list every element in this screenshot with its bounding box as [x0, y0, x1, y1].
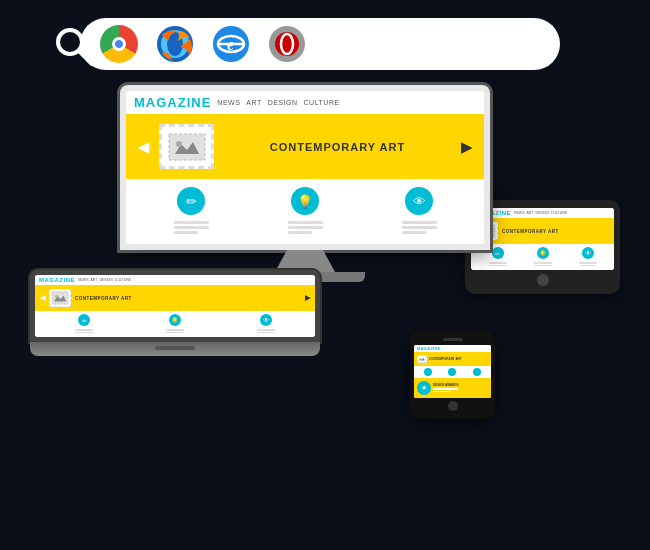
tb-lines-1: [489, 261, 507, 267]
line: [174, 226, 209, 229]
phone-circle-1: [424, 368, 432, 376]
svg-line-1: [79, 51, 92, 64]
icon-item-2: 💡: [248, 187, 362, 236]
phone-award-text: DESIGN AWARDS: [433, 383, 458, 387]
nav-news: NEWS: [217, 99, 240, 106]
lp-icon-3: 👁: [257, 314, 275, 334]
opera-icon: [268, 25, 306, 63]
phone-device: MAGAZINE CONTEMPORARY ART: [410, 330, 495, 419]
lp-lines-3: [257, 328, 275, 334]
icon-lines-1: [174, 219, 209, 236]
monitor-screen: MAGAZINE NEWS ART DESIGN CULTURE ◀: [120, 85, 490, 250]
phone-award-line: [433, 388, 458, 390]
line: [257, 332, 275, 334]
line: [174, 231, 199, 234]
line: [166, 329, 184, 331]
phone-stamp: [417, 355, 427, 363]
phone-speaker: [443, 338, 463, 341]
tb-icon-3: 👁: [579, 247, 597, 267]
tb-lines-3: [579, 261, 597, 267]
firefox-icon: [156, 25, 194, 63]
search-icon: [50, 22, 100, 72]
line: [288, 231, 313, 234]
line: [166, 332, 184, 334]
nav-culture: CULTURE: [304, 99, 340, 106]
phone-award-line2: [433, 391, 451, 393]
lightbulb-icon-tb: 💡: [537, 247, 549, 259]
hero-arrow-right: ▶: [461, 139, 472, 155]
tablet-content: MAGAZINE NEWS ART DESIGN CULTURE CONTEMP…: [471, 208, 614, 270]
lightbulb-icon: 💡: [291, 187, 319, 215]
phone-hero-text: CONTEMPORARY ART: [429, 357, 462, 361]
phone-award-content: DESIGN AWARDS: [433, 383, 458, 393]
mag-icons-row-desktop: ✏ 💡 👁: [126, 179, 484, 244]
svg-rect-15: [52, 292, 68, 304]
line: [75, 332, 93, 334]
search-bar[interactable]: e: [80, 18, 560, 70]
eye-icon: 👁: [405, 187, 433, 215]
lp-lines-2: [166, 328, 184, 334]
hero-arrow-left-lp: ◀: [40, 294, 45, 302]
stamp-laptop: [49, 289, 71, 307]
hero-stamp: [159, 124, 214, 169]
svg-point-14: [176, 141, 182, 147]
svg-point-17: [55, 295, 58, 298]
tb-lines-2: [534, 261, 552, 267]
phone-section2: ★ DESIGN AWARDS: [414, 378, 491, 398]
mag-nav-desktop: NEWS ART DESIGN CULTURE: [217, 99, 339, 106]
laptop-screen: MAGAZINE NEWS ART DESIGN CULTURE ◀: [30, 270, 320, 342]
phone-circle-2: [448, 368, 456, 376]
lp-icon-1: ✏: [75, 314, 93, 334]
line: [579, 262, 597, 264]
monitor-content: MAGAZINE NEWS ART DESIGN CULTURE ◀: [126, 91, 484, 244]
eye-icon-lp: 👁: [260, 314, 272, 326]
icon-lines-2: [288, 219, 323, 236]
tablet-home-button: [537, 274, 549, 286]
ie-icon: e: [212, 25, 250, 63]
hero-text-laptop: CONTEMPORARY ART: [75, 296, 301, 301]
pencil-icon-lp: ✏: [78, 314, 90, 326]
mag-hero-tablet: CONTEMPORARY ART: [471, 218, 614, 244]
nav-news-lp: NEWS: [78, 278, 89, 282]
svg-text:e: e: [227, 36, 234, 53]
mag-nav-laptop: NEWS ART DESIGN CULTURE: [78, 278, 131, 282]
line: [257, 329, 275, 331]
icon-item-1: ✏: [134, 187, 248, 236]
laptop-base: [30, 342, 320, 356]
nav-culture-tb: CULTURE: [551, 211, 567, 215]
line: [402, 231, 427, 234]
smartphone: MAGAZINE CONTEMPORARY ART: [410, 330, 495, 419]
mag-header-laptop: MAGAZINE NEWS ART DESIGN CULTURE: [35, 275, 315, 285]
mag-header-tablet: MAGAZINE NEWS ART DESIGN CULTURE: [471, 208, 614, 218]
phone-home-button: [448, 401, 458, 411]
line: [402, 221, 437, 224]
lightbulb-icon-lp: 💡: [169, 314, 181, 326]
monitor-stand: [275, 250, 335, 272]
mag-hero-desktop: ◀ CONTEMPORARY ART ▶: [126, 114, 484, 179]
line: [288, 226, 323, 229]
line: [174, 221, 209, 224]
chrome-icon: [100, 25, 138, 63]
pencil-icon-tb: ✏: [492, 247, 504, 259]
pencil-icon: ✏: [177, 187, 205, 215]
mag-hero-laptop: ◀ CONTEMPORARY ART ▶: [35, 285, 315, 311]
line: [489, 262, 507, 264]
svg-marker-21: [419, 358, 425, 361]
lp-lines-1: [75, 328, 93, 334]
phone-circle-3: [473, 368, 481, 376]
mag-icons-row-tablet: ✏ 💡 👁: [471, 244, 614, 270]
svg-rect-12: [169, 134, 205, 160]
mag-icons-row-laptop: ✏ 💡 👁: [35, 311, 315, 337]
phone-hero: CONTEMPORARY ART: [414, 352, 491, 366]
line: [534, 265, 552, 267]
mag-header-desktop: MAGAZINE NEWS ART DESIGN CULTURE: [126, 91, 484, 114]
nav-design: DESIGN: [268, 99, 298, 106]
nav-art-lp: ART: [91, 278, 98, 282]
line: [489, 265, 507, 267]
nav-design-tb: DESIGN: [535, 211, 548, 215]
phone-content: MAGAZINE CONTEMPORARY ART: [414, 345, 491, 398]
icon-item-3: 👁: [362, 187, 476, 236]
desktop-monitor: MAGAZINE NEWS ART DESIGN CULTURE ◀: [120, 85, 490, 282]
line: [579, 265, 597, 267]
icon-lines-3: [402, 219, 437, 236]
